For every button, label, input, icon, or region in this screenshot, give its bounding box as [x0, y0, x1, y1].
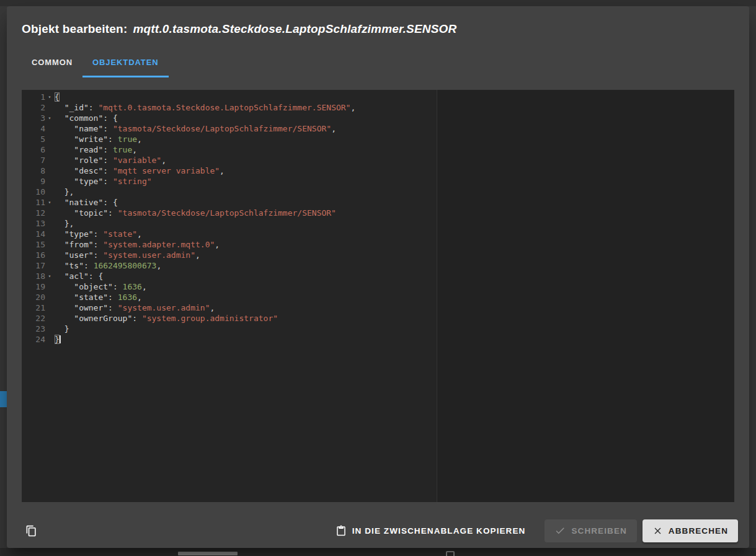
code-line: "read": true,: [54, 144, 137, 155]
code-token: }: [55, 335, 60, 344]
code-line: "desc": "mqtt server variable",: [54, 165, 225, 176]
editor-line[interactable]: 2 "_id": "mqtt.0.tasmota.Steckdose.Lapto…: [22, 102, 734, 113]
line-gutter[interactable]: 22: [22, 313, 54, 324]
line-gutter[interactable]: 9: [22, 176, 54, 187]
code-token: ,: [137, 135, 142, 144]
tab-common[interactable]: COMMON: [22, 47, 82, 77]
editor-line[interactable]: 23 }: [22, 324, 734, 334]
code-token: "user":: [55, 250, 103, 260]
code-token: "system.user.admin": [103, 250, 195, 260]
line-number: 17: [22, 260, 45, 271]
fold-spacer: [45, 187, 54, 197]
editor-line[interactable]: 14 "type": "state",: [22, 229, 734, 239]
editor-line[interactable]: 19 "object": 1636,: [22, 281, 734, 292]
line-gutter[interactable]: 11▾: [22, 197, 54, 208]
editor-line[interactable]: 21 "owner": "system.user.admin",: [22, 302, 734, 313]
code-line: "name": "tasmota/Steckdose/LaptopSchlafz…: [54, 123, 336, 134]
code-token: "tasmota/Steckdose/LaptopSchlafzimmer/SE…: [118, 208, 336, 218]
line-gutter[interactable]: 7: [22, 155, 54, 165]
editor-line[interactable]: 18▾ "acl": {: [22, 271, 734, 281]
line-gutter[interactable]: 8: [22, 165, 54, 176]
code-line: {: [54, 92, 60, 102]
line-gutter[interactable]: 24: [22, 334, 54, 345]
fold-spacer: [45, 281, 54, 292]
fold-toggle-icon[interactable]: ▾: [45, 92, 54, 102]
copy-object-button[interactable]: [23, 523, 40, 539]
line-gutter[interactable]: 18▾: [22, 271, 54, 281]
copy-to-clipboard-button[interactable]: IN DIE ZWISCHENABLAGE KOPIEREN: [326, 519, 536, 542]
editor-line[interactable]: 13 },: [22, 218, 734, 229]
code-token: "native": {: [55, 198, 118, 207]
line-number: 18: [22, 271, 45, 281]
line-gutter[interactable]: 3▾: [22, 113, 54, 123]
line-gutter[interactable]: 23: [22, 324, 54, 334]
line-gutter[interactable]: 15: [22, 239, 54, 250]
check-icon: [554, 525, 566, 536]
code-line: "ownerGroup": "system.group.administrato…: [54, 313, 278, 324]
line-gutter[interactable]: 16: [22, 250, 54, 260]
editor-line[interactable]: 1▾{: [22, 92, 734, 102]
code-line: "ts": 1662495800673,: [54, 260, 161, 271]
code-token: "common": {: [55, 113, 118, 123]
cancel-button[interactable]: ABBRECHEN: [643, 519, 738, 542]
fold-spacer: [45, 123, 54, 134]
editor-line[interactable]: 7 "role": "variable",: [22, 155, 734, 165]
line-number: 12: [22, 208, 45, 218]
fold-toggle-icon[interactable]: ▾: [45, 197, 54, 208]
tab-objektdaten[interactable]: OBJEKTDATEN: [82, 47, 168, 77]
code-line: "type": "state",: [54, 229, 142, 239]
line-gutter[interactable]: 1▾: [22, 92, 54, 102]
fold-toggle-icon[interactable]: ▾: [45, 271, 54, 281]
editor-line[interactable]: 5 "write": true,: [22, 134, 734, 144]
line-gutter[interactable]: 6: [22, 144, 54, 155]
editor-line[interactable]: 16 "user": "system.user.admin",: [22, 250, 734, 260]
line-gutter[interactable]: 17: [22, 260, 54, 271]
editor-line[interactable]: 3▾ "common": {: [22, 113, 734, 123]
line-gutter[interactable]: 14: [22, 229, 54, 239]
line-gutter[interactable]: 19: [22, 281, 54, 292]
editor-line[interactable]: 17 "ts": 1662495800673,: [22, 260, 734, 271]
editor-line[interactable]: 10 },: [22, 187, 734, 197]
editor-line[interactable]: 4 "name": "tasmota/Steckdose/LaptopSchla…: [22, 123, 734, 134]
fold-spacer: [45, 250, 54, 260]
code-token: ,: [195, 250, 200, 260]
dialog-title-object-id: mqtt.0.tasmota.Steckdose.LaptopSchlafzim…: [133, 22, 456, 36]
content-copy-icon: [25, 525, 37, 537]
editor-line[interactable]: 12 "topic": "tasmota/Steckdose/LaptopSch…: [22, 208, 734, 218]
editor-line[interactable]: 6 "read": true,: [22, 144, 734, 155]
line-number: 11: [22, 197, 45, 208]
editor-line[interactable]: 8 "desc": "mqtt server variable",: [22, 165, 734, 176]
fold-toggle-icon[interactable]: ▾: [45, 113, 54, 123]
code-line: "type": "string": [54, 176, 152, 187]
code-token: 1662495800673: [94, 261, 157, 270]
line-gutter[interactable]: 10: [22, 187, 54, 197]
line-gutter[interactable]: 20: [22, 292, 54, 302]
line-number: 9: [22, 176, 45, 187]
json-editor[interactable]: 1▾{2 "_id": "mqtt.0.tasmota.Steckdose.La…: [22, 90, 734, 502]
code-line: "object": 1636,: [54, 281, 147, 292]
editor-line[interactable]: 20 "state": 1636,: [22, 292, 734, 302]
code-token: "type":: [55, 177, 113, 186]
line-number: 5: [22, 134, 45, 144]
line-number: 8: [22, 165, 45, 176]
code-token: ,: [220, 166, 225, 175]
editor-line[interactable]: 15 "from": "system.adapter.mqtt.0",: [22, 239, 734, 250]
line-gutter[interactable]: 5: [22, 134, 54, 144]
editor-line[interactable]: 24}: [22, 334, 734, 345]
footer-actions: IN DIE ZWISCHENABLAGE KOPIEREN SCHREIBEN…: [326, 519, 738, 542]
code-line: }: [54, 324, 69, 334]
code-token: ,: [331, 124, 336, 133]
line-number: 14: [22, 229, 45, 239]
line-gutter[interactable]: 2: [22, 102, 54, 113]
editor-line[interactable]: 9 "type": "string": [22, 176, 734, 187]
code-token: "acl": {: [55, 271, 103, 281]
line-gutter[interactable]: 13: [22, 218, 54, 229]
line-gutter[interactable]: 21: [22, 302, 54, 313]
editor-line[interactable]: 22 "ownerGroup": "system.group.administr…: [22, 313, 734, 324]
editor-line[interactable]: 11▾ "native": {: [22, 197, 734, 208]
line-gutter[interactable]: 4: [22, 123, 54, 134]
fold-spacer: [45, 239, 54, 250]
line-gutter[interactable]: 12: [22, 208, 54, 218]
tab-bar: COMMON OBJEKTDATEN: [22, 47, 734, 77]
write-button[interactable]: SCHREIBEN: [545, 519, 636, 542]
